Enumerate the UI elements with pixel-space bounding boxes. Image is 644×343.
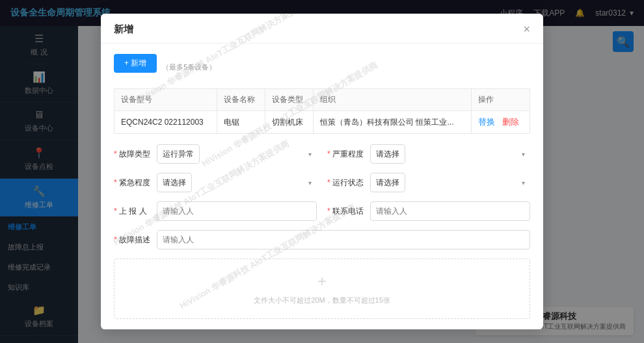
fault-type-select[interactable]: 运行异常 (157, 144, 200, 164)
device-table: 设备型号 设备名称 设备类型 组织 操作 EQCN24C2 022112003 … (114, 88, 530, 134)
fault-type-wrap: 运行异常 (157, 144, 317, 164)
form-group-run-status: 运行状态 请选择 (327, 173, 530, 192)
cell-actions: 替换 删除 (471, 111, 530, 134)
modal-close-button[interactable]: × (523, 23, 530, 36)
form-group-urgency: 紧急程度 请选择 (114, 173, 317, 192)
label-fault-type: 故障类型 (114, 149, 153, 160)
urgency-select[interactable]: 请选择 (157, 173, 192, 192)
add-device-button[interactable]: + 新增 (114, 54, 157, 73)
form-group-description: 故障描述 (114, 230, 530, 249)
form-row-4: 故障描述 (114, 230, 530, 249)
form-row-3: 上 报 人 联系电话 (114, 201, 530, 221)
upload-plus-icon: + (127, 272, 517, 290)
modal-dialog: HiVision 华睿源科技 AIoT工业互联网解决方案提供商 HiVision… (101, 14, 543, 329)
form-group-fault-type: 故障类型 运行异常 (114, 144, 317, 164)
label-severity: 严重程度 (327, 149, 366, 160)
col-org: 组织 (314, 89, 471, 111)
table-row: EQCN24C2 022112003 电锯 切割机床 恒策（青岛）科技有限公司 … (114, 111, 530, 134)
modal-header: 新增 × (101, 14, 543, 44)
urgency-wrap: 请选择 (157, 173, 317, 192)
run-status-select[interactable]: 请选择 (370, 173, 405, 192)
label-description: 故障描述 (114, 235, 153, 246)
form-group-severity: 严重程度 请选择 (327, 144, 530, 164)
upload-area[interactable]: + 文件大小不可超过20M，数量不可超过15张 (114, 259, 530, 319)
form-group-phone: 联系电话 (327, 201, 530, 221)
reporter-input[interactable] (157, 201, 317, 221)
label-phone: 联系电话 (327, 206, 366, 217)
form-group-reporter: 上 报 人 (114, 201, 317, 221)
edit-row-button[interactable]: 替换 (478, 116, 495, 128)
upload-hint: 文件大小不可超过20M，数量不可超过15张 (127, 296, 517, 305)
cell-name: 电锯 (217, 111, 265, 134)
delete-row-button[interactable]: 删除 (502, 116, 519, 128)
cell-model: EQCN24C2 022112003 (114, 111, 217, 134)
col-action: 操作 (471, 89, 530, 111)
col-model: 设备型号 (114, 89, 217, 111)
label-urgency: 紧急程度 (114, 177, 153, 188)
modal-body: + 新增 （最多5条设备） 设备型号 设备名称 设备类型 组织 操作 EQC (101, 44, 543, 329)
form-row-2: 紧急程度 请选择 运行状态 请选择 (114, 173, 530, 192)
modal-title: 新增 (114, 23, 133, 36)
severity-wrap: 请选择 (370, 144, 530, 164)
label-run-status: 运行状态 (327, 177, 366, 188)
cell-type: 切割机床 (265, 111, 314, 134)
form-section: 故障类型 运行异常 严重程度 请选择 (114, 144, 530, 319)
severity-select[interactable]: 请选择 (370, 144, 405, 164)
phone-input[interactable] (370, 201, 530, 221)
device-limit-hint: （最多5条设备） (162, 62, 216, 72)
form-row-1: 故障类型 运行异常 严重程度 请选择 (114, 144, 530, 164)
cell-org: 恒策（青岛）科技有限公司 恒策工业... (314, 111, 471, 134)
run-status-wrap: 请选择 (370, 173, 530, 192)
col-type: 设备类型 (265, 89, 314, 111)
label-reporter: 上 报 人 (114, 206, 153, 217)
modal-overlay: HiVision 华睿源科技 AIoT工业互联网解决方案提供商 HiVision… (0, 0, 644, 343)
col-name: 设备名称 (217, 89, 265, 111)
description-input[interactable] (157, 230, 530, 249)
